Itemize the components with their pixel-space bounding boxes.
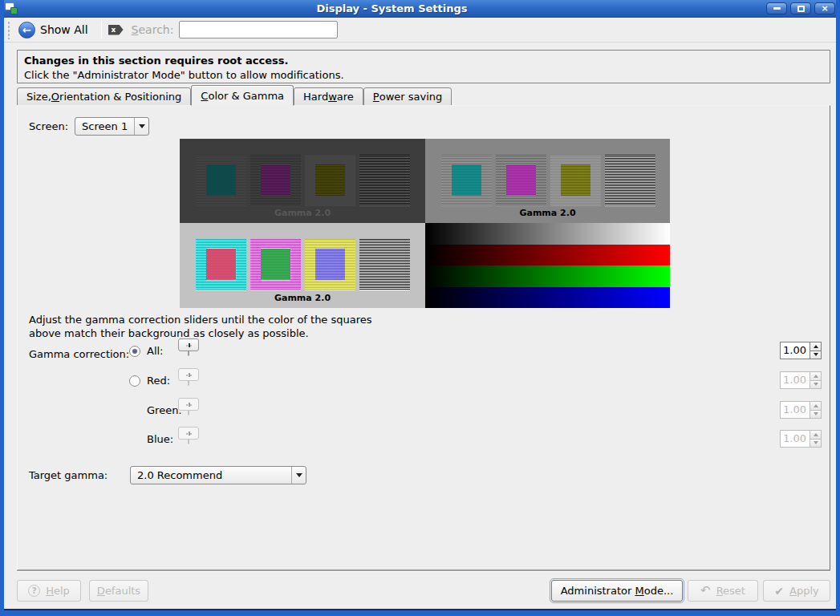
tab-bar: Size, Orientation & Positioning Color & … xyxy=(17,85,452,106)
toolbar-separator xyxy=(101,21,102,38)
grayscale-test-square xyxy=(605,155,655,206)
red-radio-button[interactable] xyxy=(129,375,140,387)
screen-combobox[interactable]: Screen 1 xyxy=(75,117,149,136)
grayscale-test-square xyxy=(359,239,410,290)
cyan-red-test-square xyxy=(196,239,246,290)
tab-color-gamma[interactable]: Color & Gamma xyxy=(191,85,294,106)
spin-up-button xyxy=(810,430,822,440)
gamma-preview-gradient-quadrant xyxy=(425,223,670,308)
blue-gradient-bar xyxy=(425,287,670,309)
red-gamma-spinbox: 1.00 xyxy=(780,371,822,389)
clear-search-icon[interactable]: x xyxy=(108,25,124,35)
defaults-label: Defaults xyxy=(97,585,140,597)
defaults-button[interactable]: Defaults xyxy=(89,580,148,602)
spin-down-button[interactable] xyxy=(810,351,822,360)
gamma-row-blue: Blue: 1.00 xyxy=(18,432,830,456)
administrator-mode-label: Administrator Mode... xyxy=(561,585,674,597)
yellow-blue-test-square xyxy=(305,239,355,290)
window-controls: × xyxy=(766,2,835,14)
grayscale-test-square xyxy=(359,155,410,206)
red-gamma-slider xyxy=(188,373,773,385)
undo-arrow-icon: ↶ xyxy=(700,585,711,597)
screen-combobox-value: Screen 1 xyxy=(75,120,134,132)
target-gamma-label: Target gamma: xyxy=(29,469,130,481)
spin-up-button[interactable] xyxy=(810,342,822,351)
apply-button[interactable]: ✔ Apply xyxy=(763,580,830,602)
gamma-label: Gamma 2.0 xyxy=(180,293,425,303)
magenta-green-test-square xyxy=(250,239,301,290)
apply-label: Apply xyxy=(789,585,819,597)
tab-size-orientation-positioning[interactable]: Size, Orientation & Positioning xyxy=(17,87,191,106)
minimize-button[interactable] xyxy=(766,2,787,14)
target-gamma-combobox[interactable]: 2.0 Recommend xyxy=(130,466,306,484)
spin-down-button xyxy=(810,440,822,448)
gamma-row-green: Green: 1.00 xyxy=(18,403,830,427)
red-gradient-bar xyxy=(425,245,670,266)
reset-button[interactable]: ↶ Reset xyxy=(688,580,758,602)
screen-row: Screen: Screen 1 xyxy=(29,117,149,136)
administrator-mode-button[interactable]: Administrator Mode... xyxy=(551,580,683,602)
all-gamma-slider[interactable] xyxy=(188,343,773,355)
help-button[interactable]: ? Help xyxy=(17,580,81,602)
instructions-text: Adjust the gamma correction sliders unti… xyxy=(29,313,372,340)
magenta-green-test-square xyxy=(250,155,301,206)
chevron-down-icon xyxy=(292,473,306,477)
help-icon: ? xyxy=(28,585,40,597)
tab-power-saving[interactable]: Power saving xyxy=(363,87,452,106)
chevron-down-icon xyxy=(135,124,148,128)
screen-label: Screen: xyxy=(29,120,68,132)
footer-separator xyxy=(17,570,830,572)
gamma-preview-dark-quadrant: Gamma 2.0 xyxy=(180,139,425,223)
system-settings-window: Display - System Settings × ← Show All x… xyxy=(0,0,840,616)
maximize-button[interactable] xyxy=(790,2,811,14)
close-button[interactable]: × xyxy=(814,2,835,14)
toolbar: ← Show All x Search: xyxy=(4,18,836,43)
blue-label: Blue: xyxy=(147,433,173,445)
reset-label: Reset xyxy=(716,585,745,597)
titlebar[interactable]: Display - System Settings × xyxy=(0,0,840,18)
spin-up-button xyxy=(810,401,822,411)
yellow-blue-test-square xyxy=(550,155,601,206)
target-gamma-row: Target gamma: 2.0 Recommend xyxy=(29,466,306,484)
spinbox-value: 1.00 xyxy=(780,371,810,389)
instructions-line2: above match their background as closely … xyxy=(29,326,372,340)
footer-button-bar: ? Help Defaults Administrator Mode... ↶ … xyxy=(17,580,830,602)
gamma-preview-mid-quadrant: Gamma 2.0 xyxy=(425,139,670,223)
search-label: Search: xyxy=(132,23,174,36)
gamma-label: Gamma 2.0 xyxy=(425,208,670,218)
green-gradient-bar xyxy=(425,265,670,287)
back-arrow-icon: ← xyxy=(18,22,35,38)
spinbox-value: 1.00 xyxy=(780,430,810,448)
gamma-preview-light-quadrant: Gamma 2.0 xyxy=(180,223,425,308)
all-label: All: xyxy=(147,345,164,357)
show-all-label: Show All xyxy=(40,23,88,36)
notice-subtitle: Click the "Administrator Mode" button to… xyxy=(24,68,823,82)
red-label: Red: xyxy=(147,375,170,387)
checkmark-icon: ✔ xyxy=(774,586,784,597)
green-gamma-spinbox: 1.00 xyxy=(780,401,822,419)
cyan-red-test-square xyxy=(441,155,492,206)
gamma-row-all: All: 1.00 xyxy=(18,343,830,367)
app-icon xyxy=(5,2,18,15)
yellow-blue-test-square xyxy=(305,155,355,206)
show-all-button[interactable]: ← Show All xyxy=(15,20,95,40)
all-radio-button[interactable] xyxy=(129,346,140,357)
spinbox-value[interactable]: 1.00 xyxy=(780,342,810,359)
gray-gradient-bar xyxy=(425,223,670,245)
all-gamma-spinbox[interactable]: 1.00 xyxy=(780,342,822,359)
cyan-red-test-square xyxy=(196,155,246,206)
root-access-notice: Changes in this section requires root ac… xyxy=(17,50,830,83)
window-title: Display - System Settings xyxy=(18,2,766,14)
blue-gamma-spinbox: 1.00 xyxy=(780,430,822,448)
gamma-label: Gamma 2.0 xyxy=(180,208,425,218)
search-input[interactable] xyxy=(179,21,338,38)
blue-gamma-slider xyxy=(188,432,773,444)
green-gamma-slider xyxy=(188,403,773,415)
target-gamma-value: 2.0 Recommend xyxy=(131,469,229,481)
toolbar-drag-handle[interactable] xyxy=(6,20,11,39)
tab-hardware[interactable]: Hardware xyxy=(294,87,363,106)
spin-down-button xyxy=(810,411,822,419)
instructions-line1: Adjust the gamma correction sliders unti… xyxy=(29,313,372,326)
color-gamma-panel: Screen: Screen 1 Gamma 2.0 xyxy=(17,105,830,570)
spin-up-button xyxy=(810,371,822,381)
